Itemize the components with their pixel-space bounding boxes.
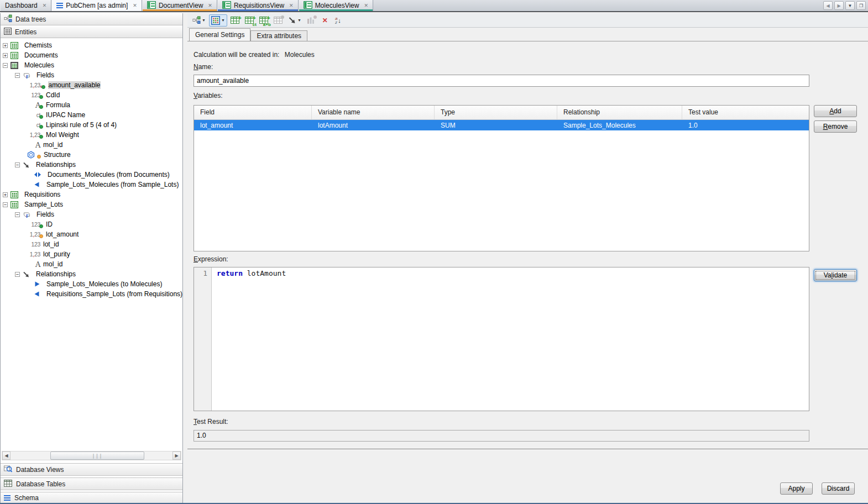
database-views-section[interactable]: Database Views: [1, 463, 182, 476]
close-icon[interactable]: ✕: [208, 3, 212, 8]
expander-minus-icon[interactable]: −: [15, 162, 20, 167]
expander-minus-icon[interactable]: −: [3, 63, 8, 68]
scroll-right-arrow[interactable]: ▶: [172, 452, 181, 460]
database-views-icon: [4, 465, 12, 474]
close-icon[interactable]: ✕: [364, 3, 368, 8]
expander-minus-icon[interactable]: −: [15, 272, 20, 277]
tree-item[interactable]: −Relationships: [1, 160, 182, 170]
tree-item[interactable]: −FFields: [1, 209, 182, 219]
tree-item[interactable]: 1,23camount_available: [1, 80, 182, 90]
discard-button[interactable]: Discard: [822, 482, 855, 495]
new-relationship-button[interactable]: ▼: [286, 14, 304, 27]
variables-label: Variables:: [194, 92, 222, 99]
tree-item[interactable]: −FFields: [1, 70, 182, 80]
window-tab-pubchem[interactable]: PubChem [as admin] ✕: [51, 0, 142, 11]
tab-general-settings[interactable]: General Settings: [189, 28, 250, 41]
scroll-tabs-left-button[interactable]: ◀: [823, 1, 833, 10]
expression-editor[interactable]: 1 return lotAmount: [194, 267, 809, 411]
tree-item[interactable]: −Sample_Lots: [1, 200, 182, 209]
close-icon[interactable]: ✕: [43, 3, 47, 8]
expander-plus-icon[interactable]: +: [3, 192, 8, 197]
tree-item-label: lot_id: [43, 240, 59, 248]
column-header-field[interactable]: Field: [194, 106, 312, 119]
validate-button[interactable]: Validate: [814, 269, 857, 281]
tree-item[interactable]: 1,23lot_amount: [1, 229, 182, 239]
expander-minus-icon[interactable]: −: [3, 202, 8, 207]
tree-item[interactable]: Documents_Molecules (from Documents): [1, 170, 182, 180]
tab-extra-attributes[interactable]: Extra attributes: [250, 30, 307, 41]
column-header-test-value[interactable]: Test value: [682, 106, 809, 119]
tree-item-label: Molecules: [24, 61, 54, 69]
scroll-tabs-right-button[interactable]: ▶: [834, 1, 844, 10]
grid-view-icon: [304, 1, 312, 11]
plus-badge-icon: +: [238, 14, 241, 21]
tree-item-label: ID: [46, 221, 53, 228]
tree-item[interactable]: Sample_Lots_Molecules (from Sample_Lots): [1, 180, 182, 190]
tree-item[interactable]: +Documents: [1, 50, 182, 60]
expander-minus-icon[interactable]: −: [15, 212, 20, 217]
data-trees-title: Data trees: [15, 15, 46, 23]
a-plus-b-badge: a+b: [263, 22, 271, 27]
dropdown-caret-icon: ▼: [202, 18, 206, 22]
expression-code[interactable]: return lotAmount: [212, 267, 286, 411]
name-input[interactable]: [194, 75, 809, 87]
tree-item[interactable]: Amol_id: [1, 259, 182, 269]
expander-plus-icon[interactable]: +: [3, 43, 8, 48]
schema-section[interactable]: Schema: [1, 492, 182, 504]
green-status-dot-icon: [39, 95, 43, 99]
close-icon[interactable]: ✕: [289, 3, 294, 8]
add-button[interactable]: Add: [814, 105, 857, 117]
promote-field-button[interactable]: [271, 14, 285, 27]
variables-table-row[interactable]: lot_amount lotAmount SUM Sample_Lots_Mol…: [194, 120, 809, 130]
apply-button[interactable]: Apply: [780, 482, 813, 495]
tree-item[interactable]: −Molecules: [1, 60, 182, 70]
tree-item[interactable]: 123ID: [1, 219, 182, 229]
grid-view-toggle-button[interactable]: ▼: [209, 14, 227, 27]
scrollbar-track[interactable]: |||: [11, 452, 172, 460]
new-entity-button[interactable]: +: [228, 14, 242, 27]
tree-item[interactable]: Amol_id: [1, 140, 182, 150]
tree-item[interactable]: +Requisitions: [1, 190, 182, 200]
expander-minus-icon[interactable]: −: [15, 73, 20, 78]
maximize-restore-button[interactable]: ❐: [856, 1, 866, 10]
column-header-relationship[interactable]: Relationship: [557, 106, 682, 119]
data-trees-header[interactable]: Data trees: [1, 13, 182, 25]
delete-button[interactable]: ✕: [318, 14, 332, 27]
window-tab-documentview[interactable]: DocumentView ✕: [142, 0, 217, 11]
tree-item[interactable]: ctLipinski rule of 5 (4 of 4): [1, 120, 182, 130]
tree-item[interactable]: Requisitions_Sample_Lots (from Requisiti…: [1, 289, 182, 299]
tree-item[interactable]: 123CdId: [1, 90, 182, 100]
remove-button[interactable]: Remove: [814, 120, 857, 133]
entities-header[interactable]: Entities: [1, 26, 182, 38]
new-chemical-terms-field-button[interactable]: + ct: [243, 14, 256, 27]
database-tables-section[interactable]: Database Tables: [1, 477, 182, 490]
tree-item[interactable]: Sample_Lots_Molecules (to Molecules): [1, 279, 182, 289]
tree-item[interactable]: +Chemists: [1, 40, 182, 50]
scroll-left-arrow[interactable]: ◀: [2, 452, 11, 460]
expander-plus-icon[interactable]: +: [3, 53, 8, 58]
scrollbar-thumb[interactable]: |||: [50, 452, 144, 460]
window-tab-dashboard[interactable]: Dashboard ✕: [0, 0, 51, 11]
tab-list-dropdown-button[interactable]: ▼: [845, 1, 855, 10]
tree-item-label: lot_amount: [46, 230, 79, 238]
charts-button[interactable]: [305, 14, 317, 27]
tree-item[interactable]: Structure: [1, 150, 182, 160]
tree-item-label: lot_purity: [43, 250, 70, 258]
schema-icon: [56, 3, 63, 8]
tree-item[interactable]: 1,23lot_purity: [1, 249, 182, 259]
new-calculated-field-button[interactable]: + a+b: [257, 14, 270, 27]
column-header-type[interactable]: Type: [435, 106, 557, 119]
sort-button[interactable]: az ↓: [333, 14, 343, 27]
column-header-variable-name[interactable]: Variable name: [312, 106, 435, 119]
tree-item[interactable]: 1,23Mol Weight: [1, 130, 182, 140]
tree-item[interactable]: 123lot_id: [1, 239, 182, 249]
close-icon[interactable]: ✕: [133, 3, 137, 8]
horizontal-scrollbar[interactable]: ◀ ||| ▶: [2, 451, 181, 460]
entity-icon: [11, 191, 18, 198]
tree-item[interactable]: AFormula: [1, 100, 182, 110]
new-data-tree-button[interactable]: ▼: [190, 14, 208, 27]
window-tab-moleculesview[interactable]: MoleculesView ✕: [299, 0, 373, 11]
window-tab-requisitionsview[interactable]: RequisitionsView ✕: [217, 0, 299, 11]
tree-item[interactable]: −Relationships: [1, 269, 182, 279]
tree-item[interactable]: ctIUPAC Name: [1, 110, 182, 120]
